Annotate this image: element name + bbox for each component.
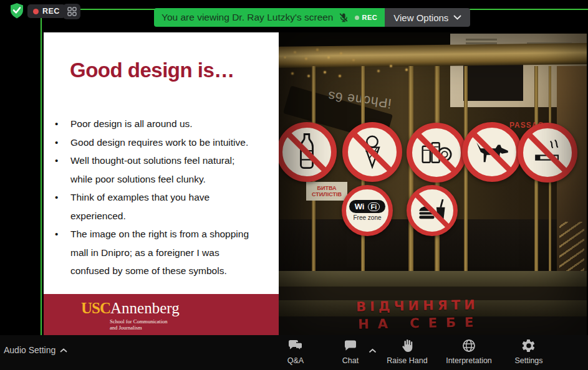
settings-button[interactable]: Settings (494, 338, 563, 365)
banner-recording-label: REC (362, 14, 378, 21)
grid-view-icon (67, 7, 77, 16)
raised-hand-icon (400, 338, 415, 353)
viewing-banner-text: You are viewing Dr. Ray Lutzky's screen (161, 12, 334, 23)
bullet-line: confused by some of these symbols. (70, 262, 276, 280)
chat-label: Chat (342, 356, 359, 365)
annenberg-wordmark: Annenberg (110, 300, 180, 317)
gear-icon (521, 338, 536, 353)
settings-label: Settings (514, 356, 542, 365)
recording-dot-icon (33, 9, 39, 14)
recording-indicator: REC (27, 4, 65, 18)
slide-footer-banner: USC Annenberg School for Communication a… (44, 294, 279, 335)
meeting-toolbar: Audio Setting Q&A Chat Raise Hand (0, 335, 588, 370)
slide-title: Good design is… (70, 59, 234, 82)
security-shield-icon[interactable] (9, 2, 24, 19)
viewing-banner: You are viewing Dr. Ray Lutzky's screen … (154, 8, 470, 27)
bullet-line: while poor solutions feel clunky. (70, 170, 276, 189)
qa-bubbles-icon (287, 338, 304, 353)
school-subtitle: School for Communication and Journalism (110, 318, 168, 331)
view-options-button[interactable]: View Options (385, 8, 470, 27)
usc-wordmark: USC (81, 300, 110, 317)
audio-setting-label: Audio Setting (4, 345, 55, 355)
chevron-up-icon (60, 348, 67, 353)
chevron-down-icon (453, 15, 461, 20)
school-subtitle-line2: and Journalism (110, 325, 168, 331)
view-options-label: View Options (393, 12, 448, 23)
recording-label: REC (42, 7, 60, 16)
school-subtitle-line1: School for Communication (110, 318, 168, 325)
raise-hand-button[interactable]: Raise Hand (373, 338, 441, 365)
shared-slide: Good design is… Poor design is all aroun… (44, 32, 279, 335)
interpretation-label: Interpretation (446, 356, 492, 365)
mic-muted-icon (339, 12, 349, 22)
qa-label: Q&A (287, 356, 304, 365)
bullet-line: mall in Dnipro; as a foreigner I was (70, 244, 276, 262)
chat-bubble-icon (343, 338, 358, 353)
globe-icon (461, 338, 476, 353)
bullet-line: Poor design is all around us. (70, 115, 276, 133)
bullet-line: Think of examples that you have (70, 188, 276, 207)
slide-bullet-list: Poor design is all around us. Good desig… (70, 115, 276, 280)
bullet-line: experienced. (70, 207, 276, 225)
bullet-line: The image on the right is from a shoppin… (70, 225, 276, 244)
interpretation-button[interactable]: Interpretation (435, 338, 503, 365)
usc-annenberg-logo: USC Annenberg (81, 300, 180, 317)
banner-recording-dot-icon (355, 16, 359, 20)
gallery-view-button[interactable] (63, 4, 80, 19)
raise-hand-label: Raise Hand (387, 356, 427, 365)
audio-setting-button[interactable]: Audio Setting (4, 345, 67, 355)
bullet-line: Good design requires work to be intuitiv… (70, 133, 276, 152)
bullet-line: Well thought-out solutions feel natural; (70, 151, 276, 170)
viewing-banner-message-area: You are viewing Dr. Ray Lutzky's screen … (154, 8, 385, 27)
banner-recording-indicator: REC (355, 14, 378, 21)
slide-photo-mall-entrance: iPhone 6s 1000 грн БИТВА СТИЛІСТІВ PASSA… (279, 32, 587, 335)
